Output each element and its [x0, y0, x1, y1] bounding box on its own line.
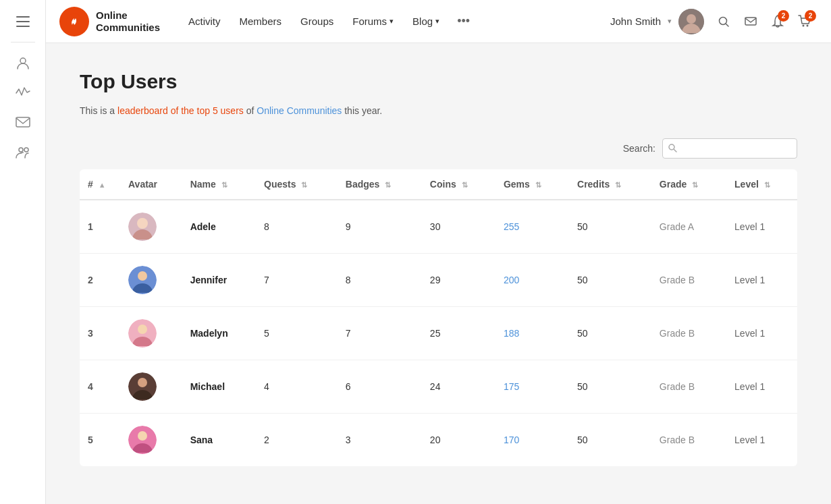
svg-point-3: [20, 58, 26, 63]
search-input[interactable]: [662, 138, 797, 159]
coins-cell: 24: [422, 360, 495, 414]
nav-forums[interactable]: Forums ▾: [344, 10, 402, 32]
main-content: Top Users This is a leaderboard of the t…: [46, 43, 831, 504]
users-table: # ▲ Avatar Name ⇅ Quests ⇅ Badges ⇅: [80, 169, 797, 466]
blog-chevron-icon: ▾: [435, 17, 439, 26]
notifications-badge: 2: [778, 10, 789, 22]
gems-cell: 200: [495, 254, 569, 307]
user-avatar: [128, 426, 157, 454]
level-cell: Level 1: [726, 254, 797, 307]
quests-sort-icon: ⇅: [301, 181, 307, 189]
badges-sort-icon: ⇅: [385, 181, 391, 189]
credits-cell: 50: [569, 200, 651, 254]
sidebar: [0, 0, 46, 504]
user-chevron-icon: ▾: [668, 17, 672, 26]
name-cell: Adele: [182, 200, 256, 254]
col-level[interactable]: Level ⇅: [726, 169, 797, 200]
level-cell: Level 1: [726, 307, 797, 360]
nav-action-icons: 2 2: [711, 9, 817, 34]
name-cell: Michael: [182, 360, 256, 414]
grade-cell: Grade B: [651, 360, 726, 414]
quests-cell: 7: [256, 254, 338, 307]
sidebar-menu-icon[interactable]: [11, 9, 35, 34]
svg-line-16: [674, 149, 677, 152]
quests-cell: 4: [256, 360, 338, 414]
level-cell: Level 1: [726, 360, 797, 414]
svg-line-11: [726, 24, 729, 26]
table-row: 3 Madelyn 5 7 25 188 50 Grade B Level 1: [80, 307, 797, 360]
nav-user-menu[interactable]: John Smith ▾: [604, 5, 711, 38]
svg-point-13: [803, 24, 805, 26]
user-avatar: [128, 266, 157, 294]
gems-cell: 255: [495, 200, 569, 254]
grade-sort-icon: ⇅: [692, 181, 698, 189]
level-cell: Level 1: [726, 414, 797, 467]
nav-members[interactable]: Members: [232, 10, 290, 32]
table-container: # ▲ Avatar Name ⇅ Quests ⇅ Badges ⇅: [80, 169, 797, 466]
col-name[interactable]: Name ⇅: [182, 169, 256, 200]
col-grade[interactable]: Grade ⇅: [651, 169, 726, 200]
col-credits[interactable]: Credits ⇅: [569, 169, 651, 200]
user-avatar: [128, 319, 157, 347]
logo-icon: [59, 7, 89, 36]
badges-cell: 6: [338, 360, 422, 414]
table-header-row: # ▲ Avatar Name ⇅ Quests ⇅ Badges ⇅: [80, 169, 797, 200]
svg-point-24: [138, 378, 147, 387]
nav-activity[interactable]: Activity: [180, 10, 229, 32]
nav-blog[interactable]: Blog ▾: [404, 10, 448, 32]
gems-sort-icon: ⇅: [535, 181, 541, 189]
col-avatar: Avatar: [120, 169, 182, 200]
table-row: 5 Sana 2 3 20 170 50 Grade B Level 1: [80, 414, 797, 467]
page-subtitle: This is a leaderboard of the top 5 users…: [80, 104, 797, 118]
user-avatar: [128, 372, 157, 401]
nav-more-dots[interactable]: •••: [450, 9, 477, 34]
search-bar-row: Search:: [80, 138, 797, 159]
coins-cell: 29: [422, 254, 495, 307]
quests-cell: 2: [256, 414, 338, 467]
col-gems[interactable]: Gems ⇅: [495, 169, 569, 200]
grade-cell: Grade B: [651, 254, 726, 307]
coins-cell: 25: [422, 307, 495, 360]
nav-logo[interactable]: Online Communities: [59, 7, 160, 36]
credits-cell: 50: [569, 254, 651, 307]
col-rank[interactable]: # ▲: [80, 169, 120, 200]
notifications-button[interactable]: 2: [765, 9, 790, 34]
sidebar-groups-icon[interactable]: [11, 140, 35, 164]
col-coins[interactable]: Coins ⇅: [422, 169, 495, 200]
badges-cell: 8: [338, 254, 422, 307]
name-cell: Sana: [182, 414, 256, 467]
svg-point-6: [24, 148, 28, 152]
nav-groups[interactable]: Groups: [292, 10, 342, 32]
coins-cell: 30: [422, 200, 495, 254]
table-row: 4 Michael 4 6 24 175 50 Grade B Level 1: [80, 360, 797, 414]
rank-cell: 5: [80, 414, 120, 467]
svg-rect-2: [16, 26, 30, 27]
search-input-wrap: [662, 138, 797, 159]
svg-rect-12: [745, 18, 756, 25]
svg-point-10: [720, 17, 727, 24]
sidebar-profile-icon[interactable]: [11, 51, 35, 75]
top-nav: Online Communities Activity Members Grou…: [46, 0, 831, 43]
badges-cell: 3: [338, 414, 422, 467]
rank-sort-icon: ▲: [99, 181, 106, 189]
nav-user-avatar: [678, 9, 704, 34]
svg-rect-1: [16, 21, 30, 22]
search-button[interactable]: [711, 9, 736, 34]
messages-button[interactable]: [738, 9, 763, 34]
level-sort-icon: ⇅: [764, 181, 770, 189]
rank-cell: 3: [80, 307, 120, 360]
page-title: Top Users: [80, 70, 797, 93]
rank-cell: 1: [80, 200, 120, 254]
cart-button[interactable]: 2: [792, 9, 817, 34]
sidebar-activity-icon[interactable]: [11, 80, 35, 105]
cart-badge: 2: [805, 10, 816, 22]
col-badges[interactable]: Badges ⇅: [338, 169, 422, 200]
badges-cell: 7: [338, 307, 422, 360]
sidebar-messages-icon[interactable]: [11, 110, 35, 134]
coins-sort-icon: ⇅: [462, 181, 468, 189]
credits-sort-icon: ⇅: [615, 181, 621, 189]
col-quests[interactable]: Quests ⇅: [256, 169, 338, 200]
svg-point-26: [138, 431, 147, 441]
forums-chevron-icon: ▾: [390, 17, 394, 26]
credits-cell: 50: [569, 414, 651, 467]
